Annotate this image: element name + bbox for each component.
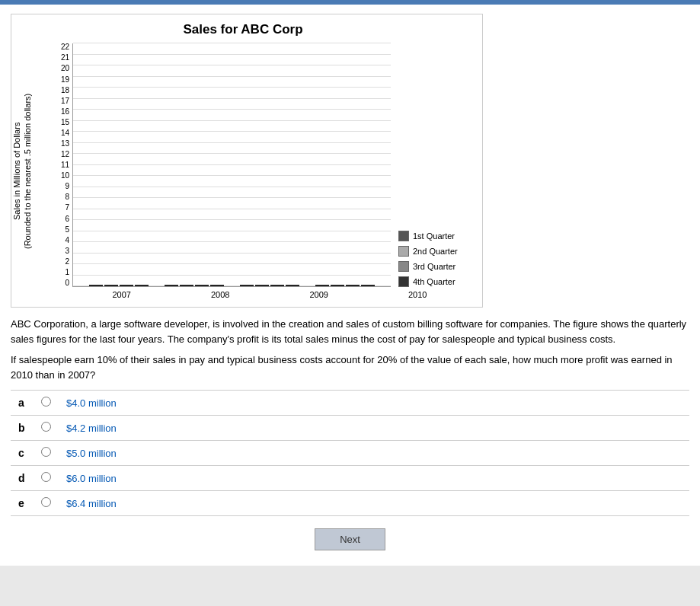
- answer-row: b$4.2 million: [11, 416, 689, 441]
- bar-group: [315, 285, 375, 286]
- option-radio-cell: [34, 441, 59, 466]
- legend: 1st Quarter2nd Quarter3rd Quarter4th Qua…: [391, 200, 475, 287]
- y-tick: 13: [51, 140, 69, 148]
- bar: [104, 285, 118, 286]
- option-text-a: $4.0 million: [59, 391, 689, 416]
- option-radio-cell: [34, 391, 59, 416]
- bar: [286, 285, 299, 286]
- y-tick: 19: [51, 76, 69, 84]
- option-text-e: $6.4 million: [59, 491, 689, 516]
- legend-label: 2nd Quarter: [413, 247, 458, 256]
- bar-group: [240, 285, 299, 286]
- option-letter: d: [11, 466, 34, 491]
- bar: [346, 285, 360, 286]
- y-tick: 11: [51, 161, 69, 169]
- bar: [89, 285, 103, 286]
- question-paragraph-2: If salespeople earn 10% of their sales i…: [11, 352, 689, 382]
- y-tick: 3: [51, 247, 69, 255]
- question-paragraph-1: ABC Corporation, a large software develo…: [11, 317, 689, 346]
- question-text: ABC Corporation, a large software develo…: [11, 317, 689, 382]
- content-area: Sales for ABC Corp Sales in Millions of …: [0, 5, 700, 566]
- option-letter: b: [11, 416, 34, 441]
- answer-radio-e[interactable]: [41, 497, 51, 507]
- y-tick: 15: [51, 119, 69, 126]
- bar: [315, 285, 329, 286]
- x-label: 2007: [99, 290, 145, 299]
- bar: [255, 285, 269, 286]
- bar: [210, 285, 224, 286]
- y-tick: 5: [51, 226, 69, 234]
- answer-row: e$6.4 million: [11, 491, 689, 516]
- y-tick: 20: [51, 65, 69, 72]
- y-tick: 6: [51, 215, 69, 223]
- bar: [180, 285, 193, 286]
- option-radio-cell: [34, 491, 59, 516]
- next-button-row: Next: [11, 528, 689, 550]
- y-tick: 22: [51, 43, 69, 51]
- option-letter: e: [11, 491, 34, 516]
- bar: [331, 285, 344, 286]
- legend-label: 3rd Quarter: [413, 262, 455, 271]
- legend-color-box: [398, 231, 409, 241]
- y-tick: 16: [51, 108, 69, 116]
- legend-label: 4th Quarter: [413, 277, 455, 286]
- y-ticks: 012345678910111213141516171819202122: [51, 43, 72, 287]
- bars-groups: [73, 43, 391, 286]
- bar-group: [165, 285, 224, 286]
- y-tick: 21: [51, 54, 69, 62]
- legend-item: 2nd Quarter: [398, 246, 467, 257]
- bar-group: [89, 285, 149, 286]
- answer-row: d$6.0 million: [11, 466, 689, 491]
- answer-radio-a[interactable]: [41, 397, 51, 407]
- x-labels: 2007200820092010: [51, 287, 475, 299]
- answer-radio-b[interactable]: [41, 422, 51, 432]
- x-label: 2008: [197, 290, 243, 299]
- answers-table: a$4.0 millionb$4.2 millionc$5.0 milliond…: [11, 390, 689, 516]
- answer-row: a$4.0 million: [11, 391, 689, 416]
- y-tick: 10: [51, 172, 69, 180]
- legend-color-box: [398, 246, 409, 257]
- option-text-b: $4.2 million: [59, 416, 689, 441]
- y-tick: 12: [51, 151, 69, 158]
- y-tick: 4: [51, 237, 69, 244]
- option-radio-cell: [34, 466, 59, 491]
- y-tick: 9: [51, 183, 69, 190]
- y-axis-label: Sales in Millions of Dollars(Rounded to …: [11, 43, 51, 299]
- y-tick: 2: [51, 258, 69, 266]
- legend-color-box: [398, 276, 409, 287]
- bars-area: [72, 43, 391, 287]
- y-tick: 0: [51, 279, 69, 287]
- bar: [165, 285, 178, 286]
- next-button[interactable]: Next: [315, 528, 385, 550]
- chart-inner: Sales in Millions of Dollars(Rounded to …: [11, 43, 475, 299]
- option-radio-cell: [34, 416, 59, 441]
- y-tick: 7: [51, 204, 69, 212]
- option-letter: c: [11, 441, 34, 466]
- y-tick: 8: [51, 193, 69, 201]
- y-tick: 18: [51, 87, 69, 94]
- legend-item: 1st Quarter: [398, 231, 467, 241]
- option-text-c: $5.0 million: [59, 441, 689, 466]
- bar: [240, 285, 254, 286]
- x-label: 2010: [395, 290, 440, 299]
- legend-color-box: [398, 261, 409, 272]
- chart-container: Sales for ABC Corp Sales in Millions of …: [11, 14, 483, 308]
- answer-radio-c[interactable]: [41, 447, 51, 457]
- chart-title: Sales for ABC Corp: [11, 22, 475, 37]
- answer-row: c$5.0 million: [11, 441, 689, 466]
- chart-plot: 012345678910111213141516171819202122 1st…: [51, 43, 475, 287]
- x-label: 2009: [296, 290, 342, 299]
- bar: [120, 285, 133, 286]
- bar: [270, 285, 284, 286]
- bar: [135, 285, 149, 286]
- answer-radio-d[interactable]: [41, 472, 51, 482]
- y-tick: 14: [51, 129, 69, 137]
- chart-body: 012345678910111213141516171819202122 1st…: [51, 43, 475, 299]
- option-letter: a: [11, 391, 34, 416]
- bar: [361, 285, 375, 286]
- option-text-d: $6.0 million: [59, 466, 689, 491]
- legend-item: 4th Quarter: [398, 276, 467, 287]
- y-tick: 17: [51, 97, 69, 105]
- bar: [195, 285, 209, 286]
- y-tick: 1: [51, 269, 69, 276]
